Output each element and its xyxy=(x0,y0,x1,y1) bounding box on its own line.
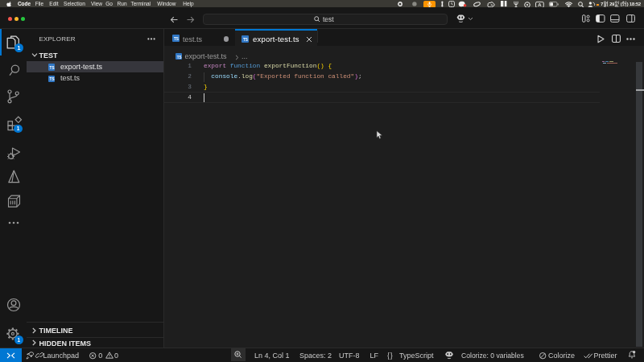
svg-text:A: A xyxy=(539,2,543,7)
